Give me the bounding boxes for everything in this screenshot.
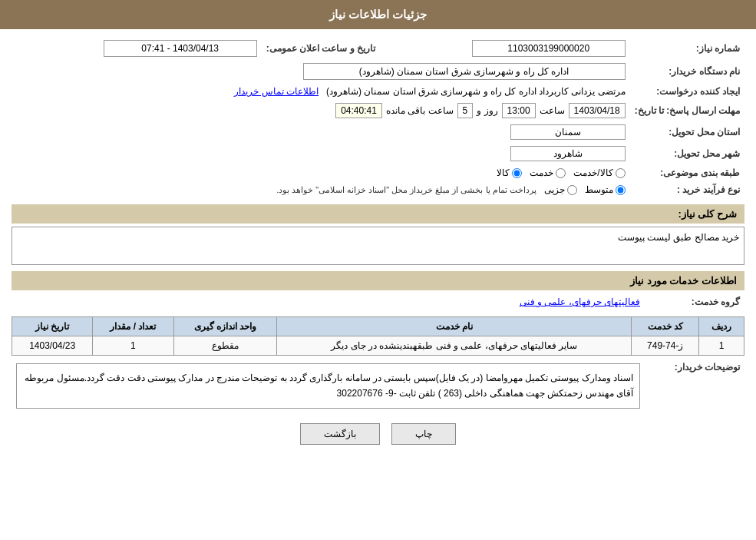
- need-number-box: 1103003199000020: [472, 40, 626, 57]
- buyer-notes-table: توضیحات خریدار: اسناد ومدارک پیوستی تکمی…: [12, 356, 744, 412]
- services-table-header-row: ردیف کد خدمت نام خدمت واحد اندازه گیری ت…: [12, 317, 744, 336]
- row-process-type: نوع فرآیند خرید : متوسط جزیی: [12, 181, 744, 198]
- buyer-notes-label: توضیحات خریدار:: [645, 356, 744, 412]
- page-header: جزئیات اطلاعات نیاز: [0, 0, 756, 29]
- row-buyer-org: نام دستگاه خریدار: اداره کل راه و شهرساز…: [12, 60, 744, 83]
- province-label: استان محل تحویل:: [630, 121, 744, 143]
- province-box: سمنان: [510, 124, 626, 140]
- send-deadline-row: 1403/04/18 ساعت 13:00 روز و 5 ساعت باقی …: [12, 100, 630, 121]
- city-label: شهر محل تحویل:: [630, 143, 744, 164]
- category-label: طبقه بندی موضوعی:: [630, 164, 744, 181]
- need-number-value: 1103003199000020: [380, 37, 630, 60]
- category-kala-label: کالا: [497, 167, 510, 178]
- service-group-value: فعالیتهای حرفهای، علمی و فنی: [12, 293, 645, 310]
- buyer-org-value: اداره کل راه و شهرسازی شرق استان سمنان (…: [12, 60, 630, 83]
- services-section-title: اطلاعات خدمات مورد نیاز: [12, 271, 744, 290]
- need-description-title: شرح کلی نیاز:: [12, 204, 744, 224]
- row-need-number: شماره نیاز: 1103003199000020 تاریخ و ساع…: [12, 37, 744, 60]
- print-button[interactable]: چاپ: [391, 423, 456, 445]
- announce-date-value: 1403/04/13 - 07:41: [12, 37, 262, 60]
- buyer-notes-text: اسناد ومدارک پیوستی تکمیل مهروامضا (در ی…: [25, 373, 633, 399]
- creator-value: مرتضی یزدانی کاربرداد اداره کل راه و شهر…: [12, 83, 630, 100]
- row-send-deadline: مهلت ارسال پاسخ: تا تاریخ: 1403/04/18 سا…: [12, 100, 744, 121]
- process-type-label: نوع فرآیند خرید :: [630, 181, 744, 198]
- col-date: تاریخ نیاز: [12, 317, 93, 336]
- row-category: طبقه بندی موضوعی: کالا/خدمت خدمت: [12, 164, 744, 181]
- category-kala-radio[interactable]: [512, 168, 522, 178]
- table-cell-quantity: 1: [93, 336, 173, 356]
- process-jozii[interactable]: جزیی: [544, 184, 577, 195]
- category-khidmat[interactable]: خدمت: [530, 167, 566, 178]
- back-button[interactable]: بازگشت: [300, 423, 380, 445]
- table-cell-date: 1403/04/23: [12, 336, 93, 356]
- send-days-box: 5: [457, 103, 474, 118]
- buyer-notes-row: توضیحات خریدار: اسناد ومدارک پیوستی تکمی…: [12, 356, 744, 412]
- page-title: جزئیات اطلاعات نیاز: [329, 8, 427, 21]
- category-kala-khidmat[interactable]: کالا/خدمت: [573, 167, 625, 178]
- buyer-org-label: نام دستگاه خریدار:: [630, 60, 744, 83]
- process-jozii-label: جزیی: [544, 184, 565, 195]
- service-group-label: گروه خدمت:: [645, 293, 744, 310]
- contact-link[interactable]: اطلاعات تماس خریدار: [234, 86, 319, 97]
- need-description-box: خرید مصالح طبق لیست پیوست: [12, 227, 744, 265]
- category-radio-group: کالا/خدمت خدمت کالا: [16, 167, 626, 178]
- service-group-row: گروه خدمت: فعالیتهای حرفهای، علمی و فنی: [12, 293, 744, 310]
- category-khidmat-radio[interactable]: [556, 168, 566, 178]
- send-days-label: روز و: [477, 105, 497, 116]
- process-note: پرداخت تمام یا بخشی از مبلغ خریداز محل "…: [276, 185, 536, 195]
- table-row: 1ز-74-749سایر فعالیتهای حرفهای، علمی و ف…: [12, 336, 744, 356]
- row-city: شهر محل تحویل: شاهرود: [12, 143, 744, 164]
- buttons-row: چاپ بازگشت: [12, 423, 744, 445]
- row-province: استان محل تحویل: سمنان: [12, 121, 744, 143]
- category-kala-khidmat-label: کالا/خدمت: [573, 167, 612, 178]
- date-row: 1403/04/18 ساعت 13:00 روز و 5 ساعت باقی …: [16, 103, 626, 118]
- row-creator: ایجاد کننده درخواست: مرتضی یزدانی کاربرد…: [12, 83, 744, 100]
- buyer-notes-cell: اسناد ومدارک پیوستی تکمیل مهروامضا (در ی…: [12, 356, 645, 412]
- category-kala[interactable]: کالا: [497, 167, 522, 178]
- category-kala-khidmat-radio[interactable]: [616, 168, 626, 178]
- creator-text: مرتضی یزدانی کاربرداد اداره کل راه و شهر…: [326, 86, 626, 97]
- page-wrapper: جزئیات اطلاعات نیاز شماره نیاز: 11030031…: [0, 0, 756, 540]
- province-value: سمنان: [12, 121, 630, 143]
- col-unit: واحد اندازه گیری: [173, 317, 277, 336]
- service-group-link[interactable]: فعالیتهای حرفهای، علمی و فنی: [520, 297, 640, 307]
- need-description-section: شرح کلی نیاز: خرید مصالح طبق لیست پیوست: [12, 204, 744, 265]
- need-number-label: شماره نیاز:: [630, 37, 744, 60]
- process-mutavasit[interactable]: متوسط: [585, 184, 626, 195]
- remaining-label: ساعت باقی مانده: [386, 105, 454, 116]
- services-table-head: ردیف کد خدمت نام خدمت واحد اندازه گیری ت…: [12, 317, 744, 336]
- watermark-area: خرید مصالح طبق لیست پیوست: [12, 227, 744, 265]
- announce-date-label: تاریخ و ساعت اعلان عمومی:: [262, 37, 380, 60]
- process-type-container: متوسط جزیی پرداخت تمام یا بخشی از مبلغ خ…: [16, 184, 626, 195]
- process-type-row: متوسط جزیی پرداخت تمام یا بخشی از مبلغ خ…: [12, 181, 630, 198]
- info-table: شماره نیاز: 1103003199000020 تاریخ و ساع…: [12, 37, 744, 198]
- col-row-num: ردیف: [699, 317, 744, 336]
- main-content: شماره نیاز: 1103003199000020 تاریخ و ساع…: [0, 29, 756, 464]
- send-time-box: 13:00: [502, 103, 536, 118]
- remaining-time-box: 04:40:41: [335, 103, 382, 118]
- process-jozii-radio[interactable]: [567, 185, 577, 195]
- category-khidmat-label: خدمت: [530, 167, 553, 178]
- table-cell-code: ز-74-749: [632, 336, 699, 356]
- services-table: ردیف کد خدمت نام خدمت واحد اندازه گیری ت…: [12, 316, 744, 356]
- city-box: شاهرود: [510, 146, 626, 161]
- services-section: اطلاعات خدمات مورد نیاز گروه خدمت: فعالی…: [12, 271, 744, 356]
- city-value: شاهرود: [12, 143, 630, 164]
- announce-date-box: 1403/04/13 - 07:41: [104, 40, 257, 57]
- send-deadline-label: مهلت ارسال پاسخ: تا تاریخ:: [630, 100, 744, 121]
- send-time-label: ساعت: [540, 105, 565, 116]
- process-radio-group: متوسط جزیی: [544, 184, 626, 195]
- process-mutavasit-radio[interactable]: [616, 185, 626, 195]
- table-cell-row: 1: [699, 336, 744, 356]
- table-cell-name: سایر فعالیتهای حرفهای، علمی و فنی طبقهبن…: [277, 336, 632, 356]
- buyer-org-box: اداره کل راه و شهرسازی شرق استان سمنان (…: [303, 63, 626, 80]
- table-cell-unit: مقطوع: [173, 336, 277, 356]
- need-description-text: خرید مصالح طبق لیست پیوست: [618, 232, 739, 243]
- send-date-box: 1403/04/18: [569, 103, 626, 118]
- process-mutavasit-label: متوسط: [585, 184, 613, 195]
- buyer-notes-box: اسناد ومدارک پیوستی تکمیل مهروامضا (در ی…: [16, 363, 640, 409]
- services-table-body: 1ز-74-749سایر فعالیتهای حرفهای، علمی و ف…: [12, 336, 744, 356]
- creator-label: ایجاد کننده درخواست:: [630, 83, 744, 100]
- category-options: کالا/خدمت خدمت کالا: [12, 164, 630, 181]
- col-quantity: تعداد / مقدار: [93, 317, 173, 336]
